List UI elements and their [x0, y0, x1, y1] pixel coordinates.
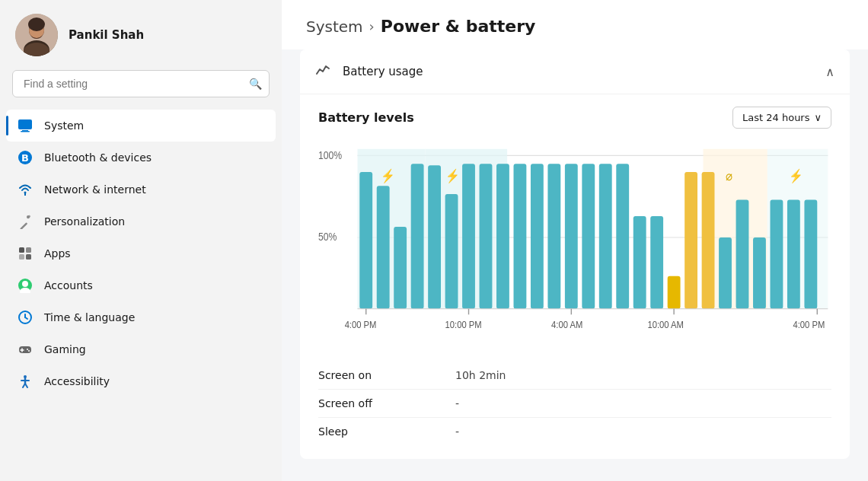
svg-text:4:00 PM: 4:00 PM — [793, 319, 825, 330]
svg-rect-65 — [668, 276, 681, 309]
svg-rect-57 — [531, 164, 544, 309]
svg-rect-70 — [753, 237, 766, 309]
sidebar-item-personalization-label: Personalization — [44, 215, 125, 228]
svg-rect-15 — [19, 247, 24, 253]
svg-text:⌀: ⌀ — [726, 169, 732, 183]
svg-text:10:00 PM: 10:00 PM — [445, 319, 482, 330]
screen-on-value: 10h 2min — [455, 366, 831, 384]
gaming-icon — [17, 341, 34, 358]
svg-rect-63 — [633, 216, 646, 309]
svg-rect-69 — [736, 200, 749, 309]
battery-usage-icon — [315, 62, 332, 81]
sidebar-item-accessibility-label: Accessibility — [44, 375, 110, 387]
sidebar-item-accounts-label: Accounts — [44, 279, 93, 291]
accessibility-icon — [17, 373, 34, 390]
panel-header-left: Battery usage — [315, 62, 423, 81]
svg-rect-51 — [428, 165, 441, 308]
battery-levels-title: Battery levels — [318, 110, 414, 125]
bluetooth-icon: B — [17, 149, 34, 166]
svg-rect-48 — [377, 186, 390, 309]
sidebar-item-accessibility[interactable]: Accessibility — [6, 365, 276, 397]
content-area: Battery usage ∧ Battery levels Last 24 h… — [282, 49, 868, 481]
breadcrumb-parent: System — [306, 18, 363, 36]
svg-line-34 — [25, 384, 27, 387]
svg-rect-64 — [650, 216, 663, 309]
time-filter-dropdown[interactable]: Last 24 hours ∨ — [732, 107, 831, 129]
user-name: Pankil Shah — [69, 28, 144, 42]
battery-chart: 100% 50% — [318, 141, 831, 354]
sleep-label: Sleep — [318, 422, 455, 441]
svg-rect-8 — [21, 131, 30, 132]
breadcrumb: System › Power & battery — [282, 0, 868, 49]
svg-text:4:00 AM: 4:00 AM — [551, 319, 582, 330]
network-icon — [17, 181, 34, 198]
sidebar-item-bluetooth[interactable]: B Bluetooth & devices — [6, 142, 276, 174]
search-input[interactable] — [12, 70, 270, 97]
battery-usage-panel: Battery usage ∧ Battery levels Last 24 h… — [300, 49, 850, 459]
svg-rect-55 — [496, 164, 509, 309]
panel-body: Battery levels Last 24 hours ∨ 100% 50% — [300, 94, 850, 459]
svg-text:⚡: ⚡ — [789, 168, 803, 183]
sidebar-item-time-label: Time & language — [44, 311, 135, 323]
sidebar: Pankil Shah 🔍 System B Bluetoot — [0, 0, 282, 481]
svg-point-14 — [27, 215, 30, 218]
personalization-icon — [17, 213, 34, 230]
sidebar-item-apps-label: Apps — [44, 247, 71, 260]
sidebar-item-personalization[interactable]: Personalization — [6, 205, 276, 237]
svg-rect-62 — [616, 164, 629, 309]
svg-rect-67 — [702, 172, 715, 309]
battery-usage-panel-header[interactable]: Battery usage ∧ — [300, 49, 850, 94]
svg-point-20 — [22, 281, 28, 287]
time-icon — [17, 309, 34, 326]
system-icon — [17, 117, 34, 134]
battery-chart-svg: 100% 50% — [318, 141, 831, 354]
sidebar-item-network-label: Network & internet — [44, 183, 146, 196]
screen-off-value: - — [455, 394, 831, 413]
screen-on-label: Screen on — [318, 366, 455, 384]
main-content: System › Power & battery Battery usage ∧ — [282, 0, 868, 481]
sidebar-item-system[interactable]: System — [6, 110, 276, 142]
svg-rect-72 — [787, 200, 800, 309]
panel-collapse-icon: ∧ — [825, 65, 834, 79]
sidebar-item-time[interactable]: Time & language — [6, 301, 276, 333]
battery-stats: Screen on 10h 2min Screen off - Sleep - — [318, 366, 831, 441]
sidebar-item-accounts[interactable]: Accounts — [6, 269, 276, 301]
svg-rect-17 — [19, 254, 24, 260]
sidebar-item-gaming[interactable]: Gaming — [6, 333, 276, 365]
svg-rect-49 — [394, 227, 407, 309]
sidebar-item-apps[interactable]: Apps — [6, 237, 276, 269]
svg-rect-52 — [445, 194, 458, 309]
apps-icon — [17, 245, 34, 262]
user-profile[interactable]: Pankil Shah — [0, 0, 282, 70]
sidebar-item-bluetooth-label: Bluetooth & devices — [44, 151, 152, 164]
breadcrumb-current: Power & battery — [381, 17, 536, 36]
svg-line-24 — [25, 317, 27, 319]
svg-rect-61 — [599, 164, 612, 309]
accounts-icon — [17, 277, 34, 294]
sleep-value: - — [455, 422, 831, 441]
svg-rect-47 — [359, 172, 372, 309]
search-box[interactable]: 🔍 — [12, 70, 270, 97]
sidebar-item-system-label: System — [44, 119, 84, 132]
svg-text:⚡: ⚡ — [445, 168, 460, 183]
time-filter-chevron-icon: ∨ — [814, 112, 822, 123]
svg-rect-71 — [770, 200, 783, 309]
search-icon: 🔍 — [249, 78, 262, 90]
time-filter-label: Last 24 hours — [742, 112, 809, 123]
sidebar-item-gaming-label: Gaming — [44, 343, 86, 355]
nav-list: System B Bluetooth & devices Network & — [0, 107, 282, 481]
svg-text:B: B — [21, 152, 29, 164]
svg-rect-12 — [20, 222, 27, 229]
svg-rect-58 — [547, 164, 560, 309]
svg-rect-53 — [462, 164, 475, 309]
svg-rect-18 — [26, 254, 31, 260]
svg-text:100%: 100% — [318, 149, 342, 161]
svg-rect-16 — [26, 247, 31, 253]
svg-text:⚡: ⚡ — [381, 168, 395, 183]
svg-rect-59 — [565, 164, 578, 309]
battery-levels-header: Battery levels Last 24 hours ∨ — [318, 107, 831, 129]
sidebar-item-network[interactable]: Network & internet — [6, 174, 276, 205]
avatar — [15, 14, 58, 56]
svg-rect-56 — [513, 164, 526, 309]
svg-rect-60 — [582, 164, 595, 309]
